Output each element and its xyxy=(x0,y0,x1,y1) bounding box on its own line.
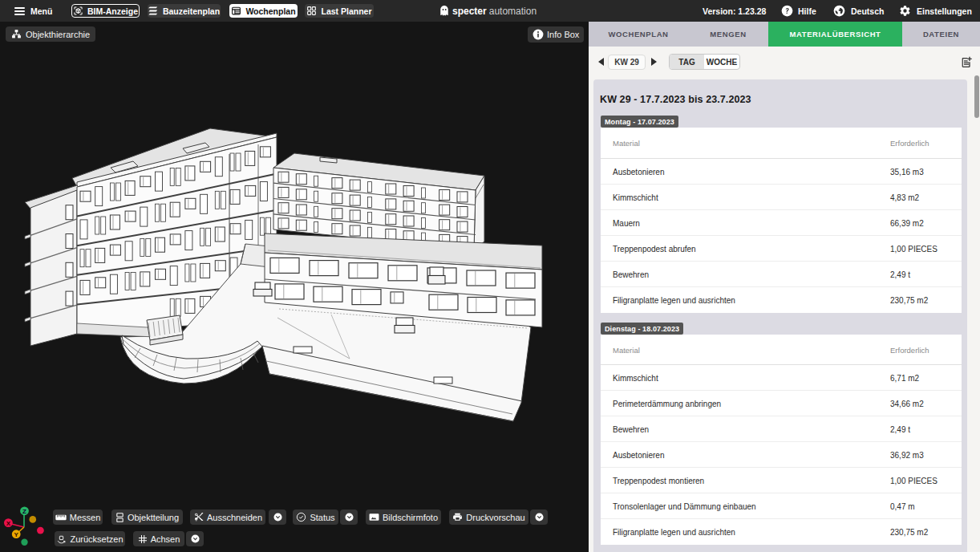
svg-text:X: X xyxy=(6,520,11,527)
svg-text:Y: Y xyxy=(14,531,19,538)
svg-text:Z: Z xyxy=(22,508,26,515)
